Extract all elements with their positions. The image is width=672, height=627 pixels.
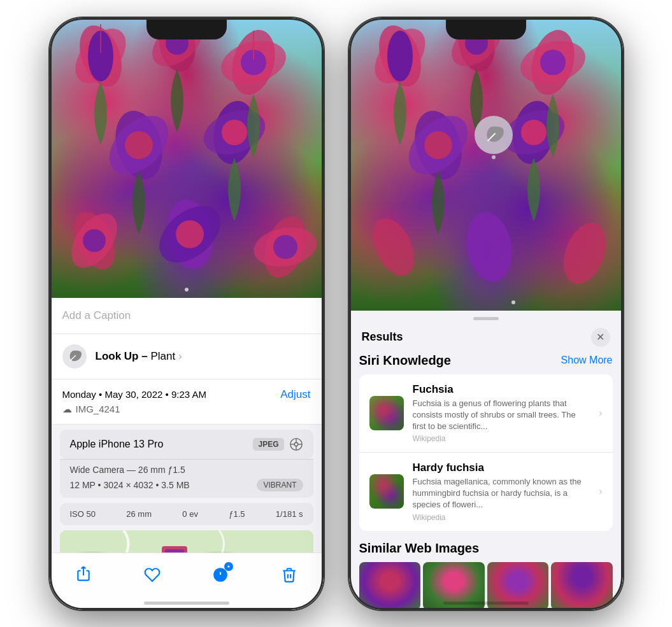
date-row: Monday • May 30, 2022 • 9:23 AM Adjust bbox=[62, 388, 311, 401]
photo-date: Monday • May 30, 2022 • 9:23 AM bbox=[62, 389, 206, 400]
photo-image[interactable] bbox=[50, 18, 324, 298]
info-button[interactable] bbox=[206, 561, 234, 589]
device-name: Apple iPhone 13 Pro bbox=[70, 439, 164, 450]
exif-ev: 0 ev bbox=[182, 509, 198, 519]
exif-row: ISO 50 26 mm 0 ev ƒ1.5 1/181 s bbox=[60, 503, 313, 525]
fuchsia-info: Fuchsia Fuchsia is a genus of flowering … bbox=[413, 383, 590, 444]
visual-search-icon bbox=[483, 125, 504, 145]
notch-right bbox=[446, 18, 526, 39]
svg-point-23 bbox=[273, 235, 297, 259]
caption-placeholder[interactable]: Add a Caption bbox=[62, 309, 131, 321]
camera-resolution: 12 MP • 3024 × 4032 • 3.5 MB bbox=[70, 480, 190, 490]
share-icon bbox=[75, 567, 92, 583]
web-image-4[interactable] bbox=[551, 562, 613, 610]
heart-icon bbox=[144, 567, 161, 583]
svg-point-20 bbox=[176, 220, 204, 248]
home-indicator-left bbox=[144, 602, 229, 605]
svg-point-52 bbox=[424, 131, 452, 159]
svg-point-28 bbox=[294, 442, 298, 446]
web-image-1[interactable] bbox=[359, 562, 421, 610]
fuchsia-description: Fuchsia is a genus of flowering plants t… bbox=[413, 398, 590, 433]
lookup-bold: Look Up – bbox=[96, 350, 148, 362]
photo-filename: IMG_4241 bbox=[76, 404, 120, 414]
svg-point-14 bbox=[222, 120, 247, 145]
hardy-thumb-image bbox=[369, 474, 404, 509]
visual-search-button[interactable] bbox=[475, 116, 513, 154]
svg-point-56 bbox=[364, 211, 422, 282]
web-images-title: Similar Web Images bbox=[359, 541, 613, 556]
right-fuchsia-photo bbox=[349, 18, 623, 311]
cloud-icon: ☁ bbox=[62, 404, 72, 415]
svg-point-49 bbox=[540, 50, 566, 75]
page-indicator-dot bbox=[185, 288, 189, 292]
notch bbox=[147, 18, 227, 39]
siri-knowledge-header: Siri Knowledge Show More bbox=[359, 353, 613, 368]
device-badges: JPEG bbox=[253, 437, 303, 451]
right-screen: Results ✕ Siri Knowledge Show More bbox=[349, 18, 623, 610]
delete-button[interactable] bbox=[275, 561, 303, 589]
favorite-button[interactable] bbox=[138, 561, 166, 589]
hardy-info: Hardy fuchsia Fuchsia magellanica, commo… bbox=[413, 461, 590, 522]
right-page-dot bbox=[511, 300, 515, 304]
siri-knowledge-section: Siri Knowledge Show More Fuchsia Fuchsia… bbox=[349, 353, 623, 531]
lookup-icon-container bbox=[62, 344, 87, 369]
siri-knowledge-card: Fuchsia Fuchsia is a genus of flowering … bbox=[359, 374, 613, 531]
aperture-icon bbox=[289, 437, 303, 451]
fuchsia-thumb-image bbox=[369, 396, 404, 430]
hardy-source: Wikipedia bbox=[413, 513, 590, 522]
fuchsia-chevron: › bbox=[599, 407, 602, 419]
camera-spec-line1: Wide Camera — 26 mm ƒ1.5 bbox=[70, 465, 303, 475]
home-indicator-right bbox=[443, 602, 529, 605]
left-screen-content: Add a Caption Look Up – Plant › bbox=[50, 18, 324, 553]
close-button[interactable]: ✕ bbox=[591, 328, 610, 347]
results-panel: Results ✕ Siri Knowledge Show More bbox=[349, 311, 623, 610]
right-photo-image[interactable] bbox=[349, 18, 623, 311]
hardy-name: Hardy fuchsia bbox=[413, 461, 590, 474]
lookup-section[interactable]: Look Up – Plant › bbox=[50, 334, 324, 379]
svg-point-43 bbox=[387, 31, 413, 81]
stars-badge-icon bbox=[224, 562, 233, 571]
svg-point-58 bbox=[555, 216, 613, 289]
svg-point-57 bbox=[461, 208, 517, 285]
show-more-button[interactable]: Show More bbox=[561, 355, 613, 366]
results-title: Results bbox=[362, 330, 403, 344]
hardy-chevron: › bbox=[599, 486, 602, 497]
fuchsia-image bbox=[50, 18, 324, 298]
siri-item-hardy-fuchsia[interactable]: Hardy fuchsia Fuchsia magellanica, commo… bbox=[359, 452, 613, 531]
vibrant-badge: VIBRANT bbox=[257, 479, 303, 491]
siri-item-fuchsia[interactable]: Fuchsia Fuchsia is a genus of flowering … bbox=[359, 374, 613, 453]
device-row: Apple iPhone 13 Pro JPEG bbox=[60, 430, 313, 459]
fuchsia-thumbnail bbox=[369, 396, 404, 430]
left-screen: Add a Caption Look Up – Plant › bbox=[50, 18, 324, 610]
flower-overlay bbox=[50, 18, 324, 298]
left-phone: Add a Caption Look Up – Plant › bbox=[50, 18, 324, 610]
exif-iso: ISO 50 bbox=[70, 509, 96, 519]
hardy-description: Fuchsia magellanica, commonly known as t… bbox=[413, 476, 590, 511]
web-images-section: Similar Web Images bbox=[349, 531, 623, 610]
results-header: Results ✕ bbox=[349, 320, 623, 353]
svg-point-55 bbox=[521, 120, 547, 145]
svg-point-17 bbox=[83, 229, 106, 252]
caption-area[interactable]: Add a Caption bbox=[50, 298, 324, 334]
camera-specs: Wide Camera — 26 mm ƒ1.5 12 MP • 3024 × … bbox=[60, 459, 313, 498]
lookup-subject: Plant bbox=[148, 350, 175, 362]
share-button[interactable] bbox=[69, 561, 97, 589]
siri-knowledge-title: Siri Knowledge bbox=[359, 353, 451, 368]
vs-dot bbox=[492, 155, 496, 159]
exif-focal: 26 mm bbox=[126, 509, 152, 519]
filename-row: ☁ IMG_4241 bbox=[62, 404, 311, 415]
adjust-button[interactable]: Adjust bbox=[280, 388, 310, 401]
leaf-icon bbox=[68, 349, 82, 363]
metadata-section: Monday • May 30, 2022 • 9:23 AM Adjust ☁… bbox=[50, 379, 324, 425]
lookup-label: Look Up – Plant › bbox=[96, 350, 182, 363]
left-scroll-area[interactable]: Add a Caption Look Up – Plant › bbox=[50, 18, 324, 553]
map-preview[interactable] bbox=[60, 530, 313, 553]
map-svg bbox=[60, 530, 313, 553]
exif-shutter: 1/181 s bbox=[276, 509, 303, 519]
jpeg-badge: JPEG bbox=[253, 438, 283, 451]
fuchsia-source: Wikipedia bbox=[413, 434, 590, 443]
lookup-chevron: › bbox=[178, 350, 182, 362]
close-icon: ✕ bbox=[596, 331, 604, 343]
fuchsia-name: Fuchsia bbox=[413, 383, 590, 396]
right-phone: Results ✕ Siri Knowledge Show More bbox=[349, 18, 623, 610]
